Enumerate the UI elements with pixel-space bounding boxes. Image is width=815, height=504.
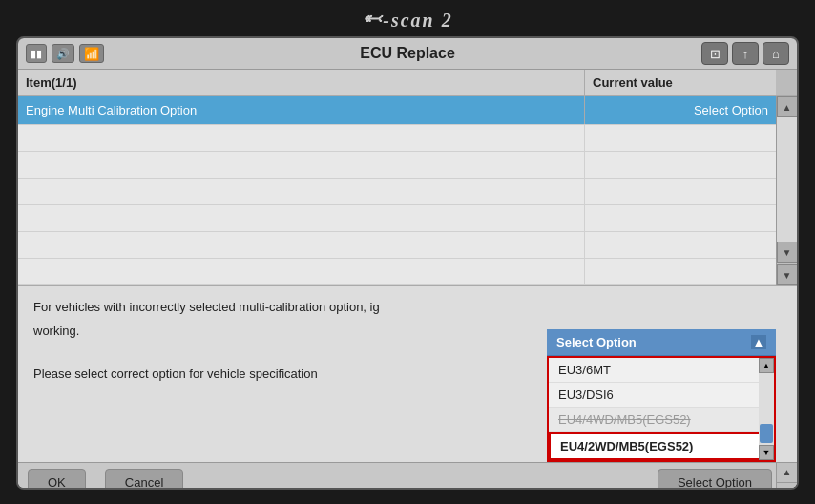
wifi-icon: 📶: [79, 44, 104, 63]
cell-current-0: Select Option: [585, 96, 776, 124]
table-row-empty-3: [18, 178, 776, 205]
table-row-empty-4: [18, 205, 776, 232]
dropdown-scroll-up-btn[interactable]: ▲: [759, 358, 774, 373]
dropdown-item-0[interactable]: EU3/6MT: [549, 358, 774, 383]
dropdown-scroll-up[interactable]: ▲: [751, 335, 766, 349]
brand-logo-text: ⬻-scan 2: [362, 10, 452, 31]
table-row-empty-6: [18, 259, 776, 285]
upload-icon[interactable]: ↑: [732, 42, 759, 65]
info-text-4: Please select correct option for vehicle…: [33, 367, 318, 381]
page-title: ECU Replace: [140, 45, 675, 62]
table-row-empty-1: [18, 125, 776, 152]
table-row-empty-2: [18, 152, 776, 178]
scroll-track: [777, 117, 797, 242]
dropdown-scrollbar: ▲ ▼: [759, 358, 774, 460]
content-area: Item(1/1) Current value Engine Multi Cal…: [18, 70, 797, 490]
scroll-down-btn[interactable]: ▼: [777, 242, 798, 262]
header-right-icons: ⊡ ↑ ⌂: [675, 42, 789, 65]
dropdown-item-1[interactable]: EU3/DSI6: [549, 383, 774, 408]
battery-icon: ▮▮: [26, 44, 47, 63]
table-body: Engine Multi Calibration Option Select O…: [18, 96, 797, 285]
info-text-2: working.: [33, 324, 79, 338]
info-line-1: For vehicles with incorrectly selected m…: [33, 298, 782, 318]
dropdown-scroll-down-btn[interactable]: ▼: [759, 445, 774, 460]
table-header: Item(1/1) Current value: [18, 70, 797, 96]
table-header-scroll-placeholder: [776, 70, 797, 95]
header-left-icons: ▮▮ 🔊 📶: [26, 44, 140, 63]
info-text-1: For vehicles with incorrectly selected m…: [33, 300, 380, 314]
table-row-empty-5: [18, 232, 776, 259]
select-option-button[interactable]: Select Option: [658, 469, 772, 491]
cell-item-0: Engine Multi Calibration Option: [18, 96, 585, 124]
action-scroll-down-btn[interactable]: ▼: [777, 483, 797, 490]
dropdown-header: Select Option ▲: [547, 329, 776, 356]
dropdown-scroll-thumb: [760, 424, 773, 443]
dropdown-scroll-track: [759, 373, 774, 445]
scroll-up-btn[interactable]: ▲: [777, 96, 798, 117]
table-row[interactable]: Engine Multi Calibration Option Select O…: [18, 96, 776, 125]
table-scrollbar: ▲ ▼ ▼: [776, 96, 797, 285]
action-bar: OK Cancel Select Option ▲ ▼: [18, 462, 797, 490]
action-bar-scroll: ▲ ▼: [776, 463, 797, 491]
scroll-down2-btn[interactable]: ▼: [777, 264, 798, 285]
dropdown-panel: Select Option ▲ EU3/6MT EU3/DSI6 EU4/4WD…: [547, 329, 776, 462]
home-icon[interactable]: ⌂: [763, 42, 789, 65]
ok-button[interactable]: OK: [28, 469, 86, 491]
volume-icon: 🔊: [52, 44, 74, 63]
action-scroll-up-btn[interactable]: ▲: [777, 463, 797, 484]
col-item-header: Item(1/1): [18, 70, 585, 95]
col-current-header: Current value: [585, 70, 776, 95]
header-bar: ▮▮ 🔊 📶 ECU Replace ⊡ ↑ ⌂: [18, 38, 797, 70]
dropdown-item-2[interactable]: EU4/4WD/MB5(EGS52): [549, 408, 774, 432]
dropdown-item-3[interactable]: EU4/2WD/MB5(EGS52): [549, 432, 774, 460]
device-frame: ▮▮ 🔊 📶 ECU Replace ⊡ ↑ ⌂ Item(1/1) Curre…: [16, 36, 799, 490]
table-rows-container: Engine Multi Calibration Option Select O…: [18, 96, 776, 285]
cancel-button[interactable]: Cancel: [105, 469, 183, 491]
brand-bar: ⬻-scan 2: [0, 0, 815, 36]
dropdown-header-label: Select Option: [556, 335, 637, 349]
screenshot-icon[interactable]: ⊡: [701, 42, 728, 65]
